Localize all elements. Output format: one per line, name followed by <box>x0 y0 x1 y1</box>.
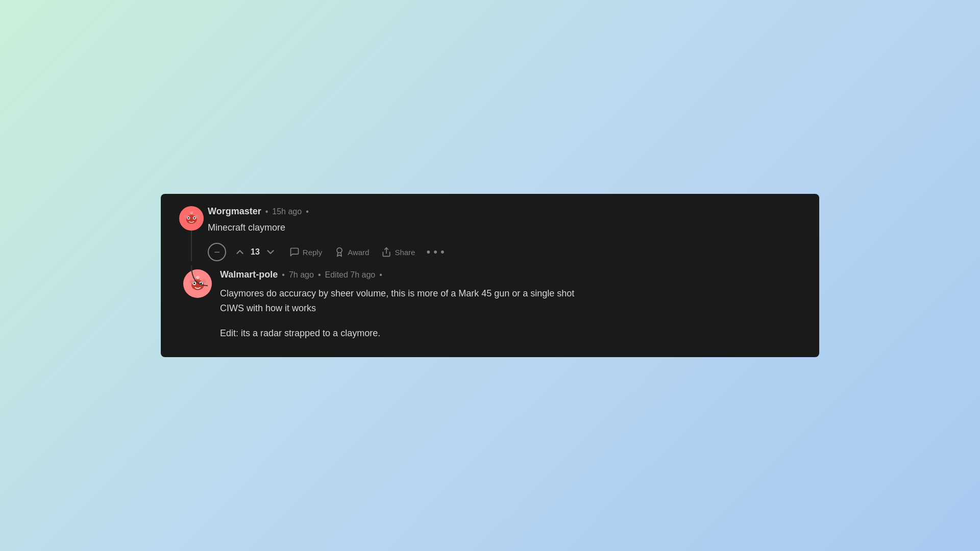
downvote-button[interactable] <box>263 244 278 260</box>
upvote-button[interactable] <box>232 244 248 260</box>
reply-dot2: • <box>318 270 321 280</box>
reply-text-line1: Claymores do accuracy by sheer volume, t… <box>220 288 574 298</box>
award-button[interactable]: Award <box>329 244 374 260</box>
thread-connector-svg <box>175 265 208 290</box>
comment-card: Worgmaster • 15h ago • Minecraft claymor… <box>161 194 819 357</box>
award-icon <box>334 247 345 257</box>
top-time: 15h ago <box>272 207 302 216</box>
reply-icon <box>289 247 300 257</box>
reply-comment-header: Walmart-pole • 7h ago • Edited 7h ago • <box>220 269 805 280</box>
reply-comment-content: Walmart-pole • 7h ago • Edited 7h ago • … <box>220 269 805 340</box>
svg-point-9 <box>190 212 193 215</box>
dot1: • <box>265 207 268 216</box>
svg-point-7 <box>195 215 199 218</box>
svg-point-6 <box>184 215 188 218</box>
more-button[interactable]: • • • <box>422 243 448 261</box>
avatar <box>179 206 204 231</box>
dot2: • <box>306 207 309 216</box>
top-comment-header: Worgmaster • 15h ago • <box>208 206 805 217</box>
share-icon <box>381 247 391 257</box>
thread-line <box>191 231 192 261</box>
reply-label: Reply <box>303 248 322 257</box>
reply-edit-text: Edit: its a radar strapped to a claymore… <box>220 326 805 341</box>
vote-count: 13 <box>251 247 260 257</box>
award-label: Award <box>348 248 369 257</box>
collapse-icon: − <box>214 246 220 258</box>
share-button[interactable]: Share <box>376 244 420 260</box>
reply-text-main: Claymores do accuracy by sheer volume, t… <box>220 286 805 316</box>
vote-area: 13 <box>232 244 278 260</box>
share-label: Share <box>395 248 415 257</box>
reply-edited: Edited 7h ago <box>325 270 376 280</box>
reply-username: Walmart-pole <box>220 269 278 280</box>
reply-dot1: • <box>282 270 285 280</box>
reply-button[interactable]: Reply <box>284 244 327 260</box>
reply-text-line2: CIWS with how it works <box>220 303 316 313</box>
upvote-icon <box>234 246 246 258</box>
downvote-icon <box>265 246 276 258</box>
avatar-column <box>175 206 208 261</box>
more-icon: • • • <box>426 245 444 258</box>
top-username: Worgmaster <box>208 206 261 217</box>
reply-time: 7h ago <box>289 270 314 280</box>
svg-point-4 <box>188 217 189 219</box>
top-comment-text: Minecraft claymore <box>208 221 805 235</box>
svg-point-5 <box>193 217 195 219</box>
reply-section: Walmart-pole • 7h ago • Edited 7h ago • … <box>175 269 805 340</box>
collapse-button[interactable]: − <box>208 243 226 261</box>
reply-dot3: • <box>379 270 382 280</box>
top-comment-content: Worgmaster • 15h ago • Minecraft claymor… <box>208 206 805 261</box>
action-bar: − 13 <box>208 243 805 261</box>
